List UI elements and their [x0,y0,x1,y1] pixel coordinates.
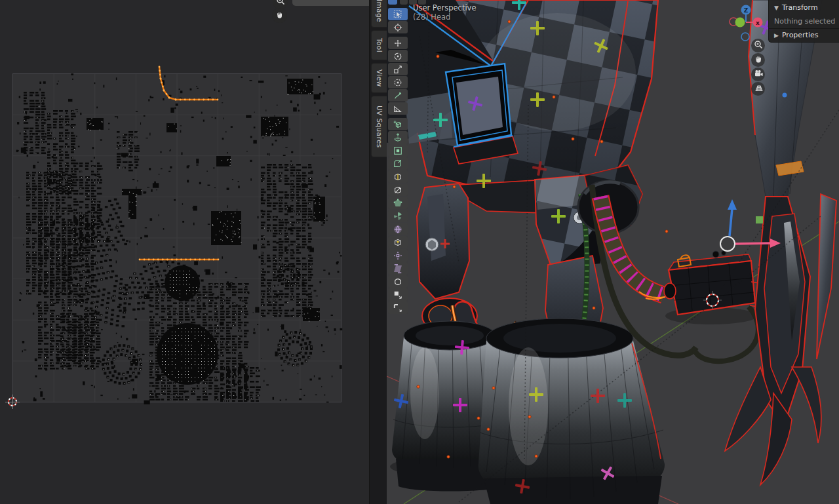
tool-to-sphere[interactable] [388,275,408,288]
viewport-scene [387,0,839,504]
tool-shrink-fatten[interactable] [388,249,408,262]
viewport-camera-view-button[interactable] [751,68,765,81]
transform-icon [393,78,402,87]
blender-window: { "app": {"name": "Blender", "layout": "… [0,0,839,504]
tool-annotate[interactable] [388,89,408,102]
inset-faces-icon [393,146,402,155]
viewport-3d[interactable] [387,0,839,504]
svg-text:Z: Z [744,7,749,14]
add-cube-icon [393,120,402,129]
tool-cursor[interactable] [388,21,408,33]
vp-header-clipped-button[interactable] [418,0,426,5]
properties-panel-header[interactable]: ▶ Properties [774,31,819,39]
tool-rip-region[interactable] [388,288,408,301]
svg-text:x: x [756,20,760,26]
properties-panel-label: Properties [782,31,819,39]
camera-icon [754,68,763,81]
tool-rotate[interactable] [388,50,408,62]
magnifier-icon [754,39,763,52]
cursor-icon [393,23,402,32]
edge-slide-icon [393,238,402,247]
spin-icon [393,212,402,221]
tool-edge-slide[interactable] [388,236,408,248]
knife-icon [393,185,402,195]
to-sphere-icon [393,277,402,286]
tool-transform[interactable] [388,76,408,88]
annotate-icon [393,91,402,100]
shear-icon [393,264,402,273]
gizmo-y-handle[interactable] [756,216,763,223]
tool-bevel[interactable] [388,157,408,170]
gizmo-x-arrow[interactable] [735,243,771,244]
select-box-icon [393,10,402,19]
panel-divider [769,28,839,29]
tool-rip-edge[interactable] [388,301,408,314]
uv-operator-panel-clipped[interactable] [292,0,379,6]
transform-panel-header[interactable]: ▼ Transform [774,3,818,12]
transform-panel-label: Transform [782,3,818,12]
tab-image[interactable]: Image [371,0,387,28]
tab-view[interactable]: View [371,63,387,93]
viewport-toolbar [387,8,409,315]
scale-icon [393,65,402,74]
tool-smooth[interactable] [388,223,408,235]
viewport-nav-buttons [751,39,767,96]
tool-inset-faces[interactable] [388,144,408,157]
tool-poly-build[interactable] [388,197,408,209]
axis-y-ball[interactable] [735,18,745,28]
shrink-fatten-icon [393,251,402,260]
tool-loop-cut[interactable] [388,170,408,183]
tab-tool[interactable]: Tool [371,30,387,60]
viewport-toggle-perspective-button[interactable] [751,82,765,96]
vp-header-clipped-active-button[interactable] [388,0,397,5]
move-icon [393,39,402,48]
loop-cut-icon [393,172,402,182]
tool-spin[interactable] [388,210,408,222]
rip-edge-icon [393,303,402,313]
vp-header-clipped-button[interactable] [400,0,408,5]
chevron-right-icon: ▶ [774,32,779,39]
vp-header-clipped-button[interactable] [409,0,417,5]
tab-uv-squares[interactable]: UV Squares [371,96,387,157]
selection-status-text: Nothing selected [774,17,835,26]
poly-build-icon [393,199,402,208]
rotate-icon [393,52,402,61]
chevron-down-icon: ▼ [774,5,779,11]
smooth-icon [393,225,402,234]
viewport-pan-button[interactable] [751,53,765,67]
hand-icon [754,54,763,66]
uv-pan-button[interactable] [272,8,287,23]
tool-select-box[interactable] [388,8,408,20]
hand-icon [275,9,284,22]
magnifier-icon [276,0,285,8]
axis-navigation-gizmo[interactable]: Z x [725,0,768,43]
grid-icon [754,83,763,95]
uv-sidebar-tab-strip: ImageToolViewUV Squares [369,0,387,504]
extrude-region-icon [393,133,402,142]
viewport-sidebar: ▼ Transform Nothing selected ▶ Propertie… [768,0,839,43]
tool-add-cube[interactable] [388,118,408,130]
bevel-icon [393,159,402,168]
tool-extrude-region[interactable] [388,131,408,144]
uv-editor-canvas[interactable] [0,0,369,504]
viewport-zoom-button[interactable] [751,39,765,52]
tool-shear[interactable] [388,262,408,275]
tool-knife[interactable] [388,184,408,196]
measure-icon [393,104,402,113]
rip-region-icon [393,290,402,300]
tool-measure[interactable] [388,102,408,115]
tool-move[interactable] [388,37,408,49]
axis-neg-z-ball[interactable] [741,33,749,41]
tool-scale[interactable] [388,63,408,75]
